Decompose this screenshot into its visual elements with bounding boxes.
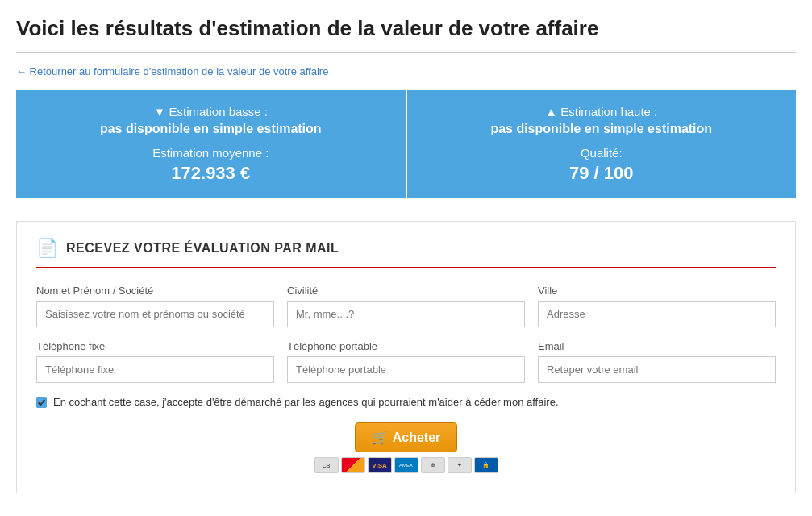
civilite-input[interactable] <box>287 301 525 327</box>
email-group: Email <box>538 340 776 383</box>
telephone-portable-input[interactable] <box>287 356 525 383</box>
telephone-fixe-group: Téléphone fixe <box>36 340 274 383</box>
telephone-portable-label: Téléphone portable <box>287 340 525 352</box>
up-arrow-icon: ▲ <box>545 105 557 119</box>
email-input[interactable] <box>538 356 776 383</box>
payment-icon-6: ✦ <box>448 457 472 473</box>
nom-label: Nom et Prénom / Société <box>36 285 274 297</box>
payment-icons: CB VISA AMEX ⊕ ✦ 🔒 <box>314 457 498 473</box>
estimation-low-title: Estimation basse : <box>169 105 268 119</box>
page-title: Voici les résultats d'estimation de la v… <box>16 16 796 41</box>
estimation-moyenne-value: 172.933 € <box>32 163 389 184</box>
estimation-high-panel: ▲ Estimation haute : pas disponible en s… <box>407 90 797 198</box>
ville-group: Ville <box>538 285 776 327</box>
nom-group: Nom et Prénom / Société <box>36 285 274 327</box>
back-link[interactable]: ← Retourner au formulaire d'estimation d… <box>16 65 328 77</box>
payment-icon-5: ⊕ <box>421 457 445 473</box>
estimation-high-label: ▲ Estimation haute : <box>423 105 781 119</box>
payment-icon-amex: AMEX <box>394 457 418 473</box>
nom-input[interactable] <box>36 301 274 327</box>
ville-label: Ville <box>538 285 776 297</box>
buy-button-label: Acheter <box>393 431 441 445</box>
form-row-1: Nom et Prénom / Société Civilité Ville <box>36 285 776 327</box>
divider <box>16 52 796 53</box>
estimation-high-unavailable: pas disponible en simple estimation <box>423 122 781 136</box>
civilite-group: Civilité <box>287 285 525 327</box>
estimation-moyenne-label: Estimation moyenne : <box>32 146 389 160</box>
payment-icon-1: CB <box>314 457 339 473</box>
qualite-label: Qualité: <box>423 146 781 160</box>
buy-button[interactable]: 🛒 Acheter <box>355 422 458 452</box>
form-header: 📄 RECEVEZ VOTRE ÉVALUATION PAR MAIL <box>36 238 776 268</box>
estimation-high-title: Estimation haute : <box>560 105 657 119</box>
page-container: Voici les résultats d'estimation de la v… <box>0 0 812 516</box>
cart-icon: 🛒 <box>372 430 388 445</box>
payment-icon-mastercard <box>341 457 365 473</box>
payment-icon-visa: VISA <box>368 457 392 473</box>
down-arrow-icon: ▼ <box>153 105 165 119</box>
consent-row: En cochant cette case, j'accepte d'être … <box>36 396 776 408</box>
estimation-low-panel: ▼ Estimation basse : pas disponible en s… <box>16 90 407 198</box>
payment-icon-7: 🔒 <box>474 457 498 473</box>
telephone-portable-group: Téléphone portable <box>287 340 525 383</box>
consent-label: En cochant cette case, j'accepte d'être … <box>53 396 559 408</box>
telephone-fixe-input[interactable] <box>36 356 274 383</box>
ville-input[interactable] <box>538 301 776 327</box>
telephone-fixe-label: Téléphone fixe <box>36 340 274 352</box>
qualite-value: 79 / 100 <box>423 163 781 184</box>
form-title: RECEVEZ VOTRE ÉVALUATION PAR MAIL <box>66 241 339 256</box>
form-row-2: Téléphone fixe Téléphone portable Email <box>36 340 776 383</box>
estimation-low-unavailable: pas disponible en simple estimation <box>32 122 389 136</box>
estimation-panels: ▼ Estimation basse : pas disponible en s… <box>16 90 796 198</box>
civilite-label: Civilité <box>287 285 525 297</box>
email-label: Email <box>538 340 776 352</box>
email-evaluation-form: 📄 RECEVEZ VOTRE ÉVALUATION PAR MAIL Nom … <box>16 221 796 493</box>
buy-button-wrapper: 🛒 Acheter CB VISA AMEX ⊕ ✦ 🔒 <box>36 422 776 473</box>
consent-checkbox[interactable] <box>36 397 47 408</box>
pdf-icon: 📄 <box>36 238 58 259</box>
estimation-low-label: ▼ Estimation basse : <box>32 105 389 119</box>
